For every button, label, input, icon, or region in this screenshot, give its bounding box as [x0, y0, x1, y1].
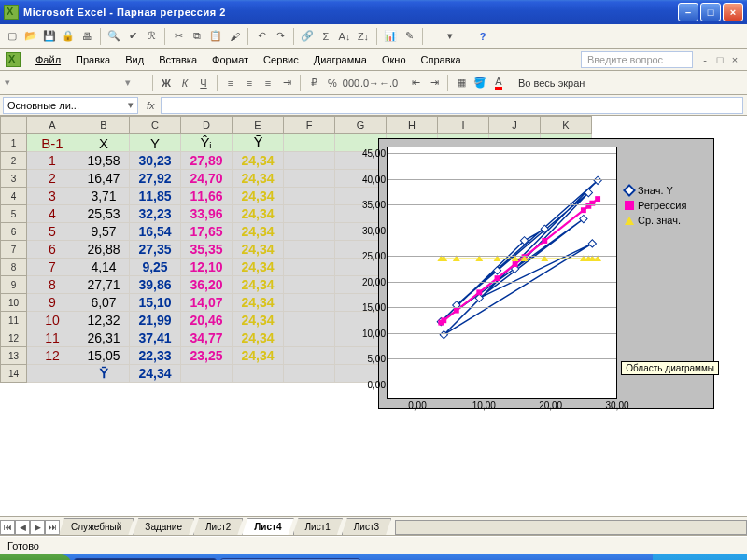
cell[interactable]: Y: [130, 134, 181, 152]
column-header[interactable]: D: [181, 117, 233, 134]
cell[interactable]: 24,34: [233, 347, 284, 365]
column-header[interactable]: A: [27, 117, 78, 134]
percent-icon[interactable]: %: [324, 75, 341, 91]
font-dropdown[interactable]: ▾: [4, 75, 106, 91]
cell[interactable]: 14,07: [181, 294, 233, 312]
cell[interactable]: 30,23: [130, 152, 181, 170]
chart-plot-area[interactable]: 0,005,0010,0015,0020,0025,0030,0035,0040…: [387, 147, 617, 399]
tab-nav-last-icon[interactable]: ⏭: [45, 520, 60, 535]
menu-insert[interactable]: Вставка: [151, 54, 204, 65]
cell[interactable]: 20,46: [181, 312, 233, 329]
hyperlink-icon[interactable]: 🔗: [299, 28, 316, 45]
row-header[interactable]: 8: [1, 259, 27, 276]
chart-legend[interactable]: Знач. Y Регрессия Ср. знач. Область диаг…: [625, 181, 708, 408]
cell[interactable]: 12: [27, 347, 78, 365]
decrease-indent-icon[interactable]: ⇤: [407, 75, 424, 91]
fill-color-icon[interactable]: 🪣: [472, 75, 488, 91]
print-preview-icon[interactable]: 🔍: [106, 28, 122, 45]
format-painter-icon[interactable]: 🖌: [226, 28, 243, 45]
cell[interactable]: 36,20: [181, 276, 233, 294]
select-all-corner[interactable]: [1, 117, 27, 134]
row-header[interactable]: 7: [1, 241, 27, 259]
sort-desc-icon[interactable]: Z↓: [355, 28, 372, 45]
row-header[interactable]: 9: [1, 276, 27, 294]
cell[interactable]: 24,34: [233, 276, 284, 294]
doc-restore-icon[interactable]: □: [713, 53, 726, 66]
cell[interactable]: [233, 365, 284, 383]
ask-a-question-box[interactable]: Введите вопрос: [581, 51, 693, 68]
undo-icon[interactable]: ↶: [253, 28, 270, 45]
cell[interactable]: 24,34: [233, 312, 284, 329]
permission-icon[interactable]: 🔒: [60, 28, 77, 45]
cell[interactable]: 15,10: [130, 294, 181, 312]
cell[interactable]: 24,34: [233, 294, 284, 312]
align-right-icon[interactable]: ≡: [260, 75, 276, 91]
menu-view[interactable]: Вид: [118, 54, 151, 65]
cell[interactable]: 2: [27, 170, 78, 188]
column-header[interactable]: K: [541, 117, 592, 134]
drawing-icon[interactable]: ✎: [401, 28, 417, 45]
borders-icon[interactable]: ▦: [453, 75, 470, 91]
row-header[interactable]: 2: [1, 152, 27, 170]
cell[interactable]: Ȳ: [233, 134, 284, 152]
save-icon[interactable]: 💾: [41, 28, 58, 45]
doc-minimize-icon[interactable]: -: [698, 53, 712, 66]
cell[interactable]: 34,77: [181, 329, 233, 347]
cell[interactable]: 10: [27, 312, 78, 329]
cell[interactable]: 11: [27, 329, 78, 347]
window-maximize-button[interactable]: □: [700, 3, 721, 21]
cell[interactable]: 9,57: [78, 223, 130, 241]
cell[interactable]: [284, 134, 335, 152]
cell[interactable]: [284, 188, 335, 205]
column-header[interactable]: B: [78, 117, 130, 134]
cell[interactable]: 4,14: [78, 259, 130, 276]
cell[interactable]: 23,25: [181, 347, 233, 365]
font-size-dropdown[interactable]: ▾: [108, 75, 148, 91]
cell[interactable]: [284, 205, 335, 223]
research-icon[interactable]: ℛ: [143, 28, 160, 45]
cell[interactable]: [284, 312, 335, 329]
cell[interactable]: 27,89: [181, 152, 233, 170]
menu-window[interactable]: Окно: [374, 54, 414, 65]
cell[interactable]: 15,05: [78, 347, 130, 365]
formula-input[interactable]: [161, 97, 743, 114]
cell[interactable]: 4: [27, 205, 78, 223]
open-icon[interactable]: 📂: [22, 28, 39, 45]
sheet-tab[interactable]: Лист4: [242, 518, 293, 535]
cell[interactable]: 24,34: [233, 170, 284, 188]
cell[interactable]: [284, 365, 335, 383]
column-header[interactable]: E: [233, 117, 284, 134]
cell[interactable]: X: [78, 134, 130, 152]
row-header[interactable]: 1: [1, 134, 27, 152]
paste-icon[interactable]: 📋: [207, 28, 224, 45]
cell[interactable]: [284, 170, 335, 188]
cell[interactable]: 5: [27, 223, 78, 241]
cell[interactable]: 7: [27, 259, 78, 276]
sort-asc-icon[interactable]: A↓: [336, 28, 353, 45]
cell[interactable]: 24,34: [233, 188, 284, 205]
cell[interactable]: [181, 365, 233, 383]
menu-format[interactable]: Формат: [204, 54, 256, 65]
currency-icon[interactable]: ₽: [305, 75, 322, 91]
help-icon[interactable]: ?: [474, 28, 491, 45]
cell[interactable]: [284, 223, 335, 241]
sheet-tab[interactable]: Задание: [133, 518, 194, 535]
cell[interactable]: 24,34: [233, 259, 284, 276]
row-header[interactable]: 13: [1, 347, 27, 365]
cell[interactable]: 26,31: [78, 329, 130, 347]
cell[interactable]: 32,23: [130, 205, 181, 223]
row-header[interactable]: 6: [1, 223, 27, 241]
cell[interactable]: 24,34: [233, 241, 284, 259]
print-icon[interactable]: 🖶: [78, 28, 95, 45]
menu-help[interactable]: Справка: [414, 54, 469, 65]
cell[interactable]: 24,70: [181, 170, 233, 188]
fullscreen-label[interactable]: Во весь экран: [518, 77, 585, 89]
cell[interactable]: 9: [27, 294, 78, 312]
cell[interactable]: 37,41: [130, 329, 181, 347]
cell[interactable]: [284, 294, 335, 312]
column-header[interactable]: I: [438, 117, 489, 134]
sheet-tab[interactable]: Служебный: [59, 518, 134, 535]
row-header[interactable]: 5: [1, 205, 27, 223]
new-icon[interactable]: ▢: [4, 28, 21, 45]
column-header[interactable]: C: [130, 117, 181, 134]
